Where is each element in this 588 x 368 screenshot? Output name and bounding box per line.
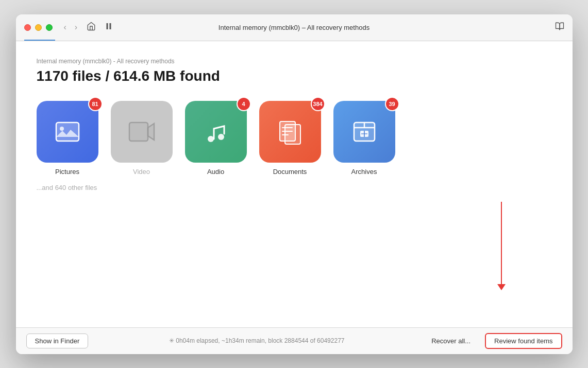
status-text: ✳ 0h04m elapsed, ~1h34m remain, block 28… — [96, 337, 417, 344]
documents-badge: 384 — [311, 97, 325, 111]
archives-badge: 39 — [385, 97, 399, 111]
arrow-line — [501, 202, 502, 284]
category-video[interactable]: Video — [111, 101, 173, 176]
main-content: Internal memory (mmcblk0) - All recovery… — [16, 41, 573, 327]
forward-button[interactable]: › — [72, 21, 80, 34]
audio-label: Audio — [207, 168, 224, 176]
breadcrumb: Internal memory (mmcblk0) - All recovery… — [37, 58, 552, 65]
category-documents[interactable]: 384 Documents — [259, 101, 321, 176]
pictures-label: Pictures — [55, 168, 79, 176]
video-icon — [111, 101, 173, 163]
titlebar: ‹ › Internal memory (mmcblk0) – All reco… — [16, 14, 573, 41]
documents-icon-wrap: 384 — [259, 101, 321, 163]
active-indicator — [24, 40, 55, 41]
documents-label: Documents — [273, 168, 307, 176]
minimize-button[interactable] — [35, 24, 42, 31]
archives-icon-wrap: 39 — [333, 101, 395, 163]
svg-point-7 — [218, 134, 224, 140]
bottombar: Show in Finder ✳ 0h04m elapsed, ~1h34m r… — [16, 327, 573, 354]
spinner-icon: ✳ — [169, 337, 174, 344]
archives-icon — [333, 101, 395, 163]
svg-point-6 — [208, 136, 214, 142]
maximize-button[interactable] — [46, 24, 53, 31]
review-found-items-button[interactable]: Review found items — [485, 333, 562, 349]
category-audio[interactable]: 4 Audio — [185, 101, 247, 176]
arrow-annotation-area — [37, 191, 552, 317]
audio-icon — [185, 101, 247, 163]
video-icon-wrap — [111, 101, 173, 163]
video-label: Video — [133, 168, 150, 176]
pictures-icon-wrap: 81 — [37, 101, 98, 163]
main-title: 1170 files / 614.6 MB found — [37, 68, 552, 84]
back-button[interactable]: ‹ — [61, 21, 70, 34]
audio-icon-wrap: 4 — [185, 101, 247, 163]
arrow-head — [497, 284, 506, 290]
other-files-text: ...and 640 other files — [37, 184, 552, 191]
annotation-arrow — [497, 202, 506, 290]
svg-rect-2 — [56, 122, 79, 141]
category-archives[interactable]: 39 Archives — [333, 101, 395, 176]
svg-point-3 — [60, 127, 64, 131]
pause-button[interactable] — [102, 20, 115, 36]
archives-label: Archives — [351, 168, 377, 176]
traffic-lights — [24, 24, 53, 31]
window-title: Internal memory (mmcblk0) – All recovery… — [219, 24, 369, 31]
recover-all-button[interactable]: Recover all... — [425, 334, 477, 348]
categories-container: 81 Pictures Video — [37, 101, 552, 176]
status-message: 0h04m elapsed, ~1h34m remain, block 2884… — [176, 337, 344, 344]
audio-badge: 4 — [237, 97, 251, 111]
svg-rect-5 — [129, 122, 148, 141]
pictures-icon — [37, 101, 98, 163]
main-window: ‹ › Internal memory (mmcblk0) – All reco… — [16, 14, 573, 354]
svg-rect-0 — [107, 23, 108, 29]
nav-buttons: ‹ › — [61, 21, 81, 34]
category-pictures[interactable]: 81 Pictures — [37, 101, 98, 176]
svg-rect-1 — [110, 23, 111, 29]
pictures-badge: 81 — [88, 97, 103, 111]
show-in-finder-button[interactable]: Show in Finder — [26, 334, 89, 348]
close-button[interactable] — [24, 24, 31, 31]
book-button[interactable] — [555, 22, 564, 33]
home-button[interactable] — [85, 20, 98, 36]
documents-icon — [259, 101, 321, 163]
